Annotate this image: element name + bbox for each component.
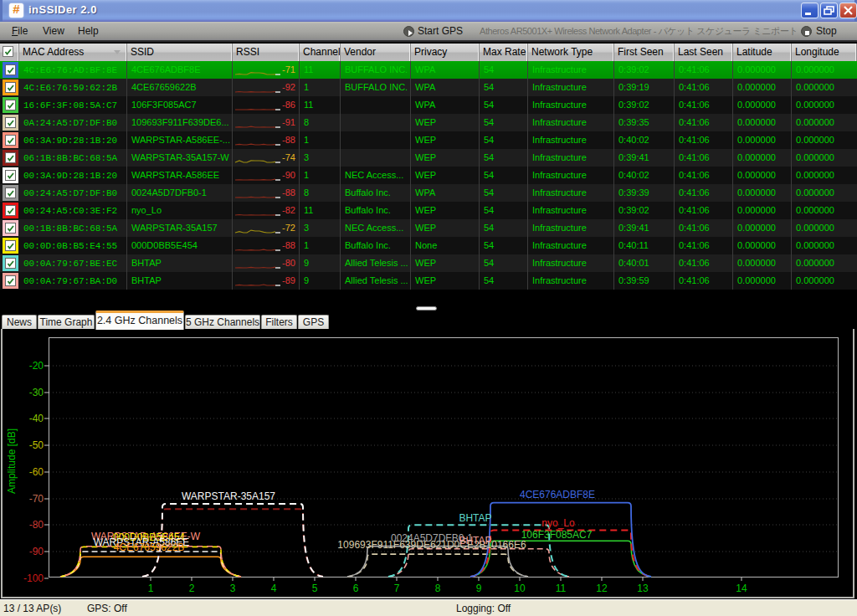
svg-text:14: 14 [736,583,747,594]
svg-text:-40: -40 [29,413,44,424]
svg-text:4: 4 [271,583,277,594]
svg-text:13: 13 [637,583,649,594]
svg-text:-60: -60 [29,466,44,478]
svg-text:BHTAP: BHTAP [459,512,491,524]
svg-text:9: 9 [476,583,482,594]
svg-text:-90: -90 [29,546,44,557]
svg-text:-20: -20 [29,360,44,372]
svg-text:3: 3 [230,583,236,594]
svg-text:-30: -30 [29,387,44,398]
svg-text:-70: -70 [29,493,44,505]
svg-text:11: 11 [556,583,567,594]
svg-text:10: 10 [514,583,526,594]
svg-text:12: 12 [596,583,608,594]
svg-text:1: 1 [148,583,154,594]
svg-text:2: 2 [189,583,195,594]
svg-text:6: 6 [353,583,359,594]
svg-text:4CE676ADBF8E: 4CE676ADBF8E [520,489,595,501]
svg-text:-100: -100 [23,572,44,584]
svg-text:4CE67659622B: 4CE67659622B [114,542,185,553]
svg-text:7: 7 [394,583,400,594]
svg-text:-80: -80 [29,519,44,531]
svg-text:106F3F085AC7: 106F3F085AC7 [521,529,593,541]
svg-text:-50: -50 [29,439,44,451]
svg-text:8: 8 [435,583,441,594]
svg-text:5: 5 [312,583,318,594]
svg-text:BHTAP: BHTAP [459,535,491,547]
svg-text:WARPSTAR-35A157: WARPSTAR-35A157 [182,490,275,502]
svg-text:nyo_Lo: nyo_Lo [541,517,575,529]
svg-text:Amplitude [dB]: Amplitude [dB] [6,429,18,494]
